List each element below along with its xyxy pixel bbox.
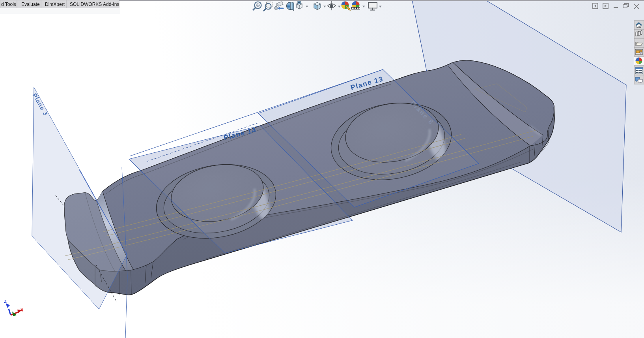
svg-text:SOLIDWORKS Add-Ins: SOLIDWORKS Add-Ins <box>70 2 119 7</box>
svg-text:X: X <box>21 308 24 312</box>
svg-text:Z: Z <box>4 299 7 304</box>
svg-text:Evaluate: Evaluate <box>21 2 40 7</box>
svg-text:DimXpert: DimXpert <box>45 2 65 7</box>
svg-text:d Tools: d Tools <box>1 2 16 7</box>
